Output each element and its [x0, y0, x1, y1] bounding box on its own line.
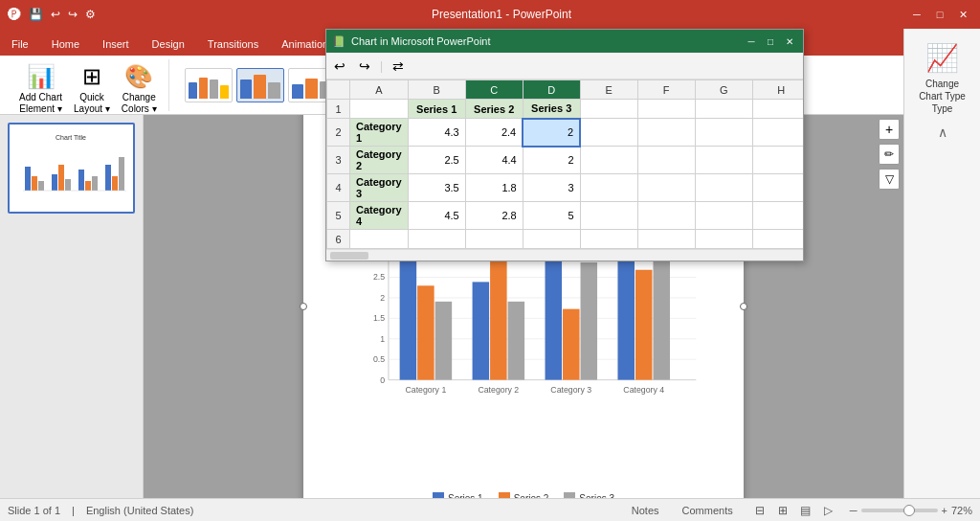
cell-e6[interactable] [580, 230, 637, 249]
right-panel-collapse[interactable]: ∧ [938, 125, 947, 140]
cell-b6[interactable] [408, 230, 465, 249]
cell-g2[interactable] [695, 119, 752, 147]
cell-d1[interactable]: Series 3 [523, 100, 580, 119]
cell-f3[interactable] [637, 147, 695, 174]
cell-d3[interactable]: 2 [523, 147, 580, 174]
ss-switch-data[interactable]: ⇄ [389, 57, 408, 76]
quick-access-extra[interactable]: ⚙ [85, 8, 96, 21]
maximize-button[interactable]: □ [930, 5, 949, 24]
cell-c1[interactable]: Series 2 [465, 100, 523, 119]
cell-f2[interactable] [637, 119, 695, 147]
cell-e3[interactable] [580, 147, 637, 174]
cell-d4[interactable]: 3 [523, 174, 580, 202]
slideshow-button[interactable]: ▷ [819, 501, 838, 520]
zoom-out-button[interactable]: ─ [850, 505, 858, 516]
chart-style-2[interactable] [236, 68, 284, 102]
cell-f4[interactable] [637, 174, 695, 202]
quick-layout-button[interactable]: ⊞ QuickLayout ▾ [70, 59, 114, 119]
quick-access-undo[interactable]: ↩ [51, 8, 60, 21]
cell-g3[interactable] [695, 147, 752, 174]
cell-e1[interactable] [580, 100, 637, 119]
ribbon-group-chart-layouts: 📊 Add ChartElement ▾ ⊞ QuickLayout ▾ 🎨 C… [8, 59, 169, 111]
chart-styles-button[interactable]: ✏ [879, 144, 900, 165]
cell-a3[interactable]: Category 2 [350, 147, 409, 174]
cell-a1[interactable] [350, 100, 409, 119]
ss-close[interactable]: ✕ [782, 34, 797, 49]
cell-g5[interactable] [695, 202, 752, 230]
ss-divider1: | [380, 59, 383, 73]
row-num-5: 5 [327, 202, 350, 230]
tab-file[interactable]: File [0, 33, 40, 56]
cell-g6[interactable] [695, 230, 752, 249]
cell-h3[interactable] [752, 147, 803, 174]
quick-access-redo[interactable]: ↪ [68, 8, 78, 21]
cell-a6[interactable] [350, 230, 409, 249]
ss-title-left: 📗 Chart in Microsoft PowerPoint [332, 35, 491, 48]
chart-filters-button[interactable]: ▽ [879, 169, 900, 190]
cell-c4[interactable]: 1.8 [465, 174, 523, 202]
reading-view-button[interactable]: ▤ [796, 501, 815, 520]
cell-e4[interactable] [580, 174, 637, 202]
cell-h2[interactable] [752, 119, 803, 147]
zoom-in-button[interactable]: + [942, 505, 947, 516]
cell-h1[interactable] [752, 100, 803, 119]
add-element-button[interactable]: + [879, 119, 900, 140]
tab-home[interactable]: Home [40, 33, 91, 56]
table-row: 3 Category 2 2.5 4.4 2 [327, 147, 804, 174]
zoom-slider[interactable] [861, 509, 938, 512]
notes-button[interactable]: Notes [626, 503, 665, 518]
handle-mr[interactable] [740, 303, 747, 310]
cell-f5[interactable] [637, 202, 695, 230]
cell-e5[interactable] [580, 202, 637, 230]
cell-c6[interactable] [465, 230, 523, 249]
col-header-h: H [752, 80, 803, 100]
normal-view-button[interactable]: ⊟ [750, 501, 769, 520]
cell-d2[interactable]: 2 [523, 119, 580, 147]
cell-b1[interactable]: Series 1 [408, 100, 465, 119]
cell-d5[interactable]: 5 [523, 202, 580, 230]
zoom-slider-thumb[interactable] [903, 505, 915, 516]
cell-b3[interactable]: 2.5 [408, 147, 465, 174]
cell-h4[interactable] [752, 174, 803, 202]
cell-h5[interactable] [752, 202, 803, 230]
add-chart-element-button[interactable]: 📊 Add ChartElement ▾ [15, 59, 66, 119]
cell-e2[interactable] [580, 119, 637, 147]
slide-sorter-button[interactable]: ⊞ [773, 501, 792, 520]
change-colors-button[interactable]: 🎨 ChangeColors ▾ [118, 59, 161, 119]
cell-a4[interactable]: Category 3 [350, 174, 409, 202]
cell-g4[interactable] [695, 174, 752, 202]
cell-b5[interactable]: 4.5 [408, 202, 465, 230]
ss-horizontal-scrollbar[interactable] [326, 249, 803, 260]
cell-f1[interactable] [637, 100, 695, 119]
cell-d6[interactable] [523, 230, 580, 249]
cell-a5[interactable]: Category 4 [350, 202, 409, 230]
cell-c2[interactable]: 2.4 [465, 119, 523, 147]
cell-h6[interactable] [752, 230, 803, 249]
ss-minimize[interactable]: ─ [744, 34, 759, 49]
col-header-c: C [465, 80, 523, 100]
cell-a2[interactable]: Category 1 [350, 119, 409, 147]
quick-access-save[interactable]: 💾 [29, 8, 43, 21]
ss-maximize[interactable]: □ [763, 34, 778, 49]
cell-c3[interactable]: 4.4 [465, 147, 523, 174]
tab-design[interactable]: Design [141, 33, 196, 56]
handle-ml[interactable] [300, 303, 307, 310]
ss-redo[interactable]: ↪ [355, 57, 374, 76]
cell-b4[interactable]: 3.5 [408, 174, 465, 202]
cell-b2[interactable]: 4.3 [408, 119, 465, 147]
ss-undo[interactable]: ↩ [330, 57, 349, 76]
minimize-button[interactable]: ─ [907, 5, 926, 24]
close-button[interactable]: ✕ [953, 5, 972, 24]
cell-c5[interactable]: 2.8 [465, 202, 523, 230]
chart-style-1[interactable] [185, 68, 233, 102]
ss-scrollbar-thumb[interactable] [330, 252, 368, 260]
tab-insert[interactable]: Insert [91, 33, 141, 56]
cell-g1[interactable] [695, 100, 752, 119]
tab-transitions[interactable]: Transitions [196, 33, 270, 56]
change-chart-type-button[interactable]: 📈 ChangeChart TypeType [910, 36, 975, 121]
cell-f6[interactable] [637, 230, 695, 249]
spreadsheet-grid[interactable]: A B C D E F G H I 1 Series 1 Series 2 [326, 79, 803, 249]
comments-button[interactable]: Comments [677, 503, 739, 518]
app-title: Presentation1 - PowerPoint [96, 8, 907, 21]
slide-thumbnail[interactable]: Chart Title [8, 123, 135, 214]
